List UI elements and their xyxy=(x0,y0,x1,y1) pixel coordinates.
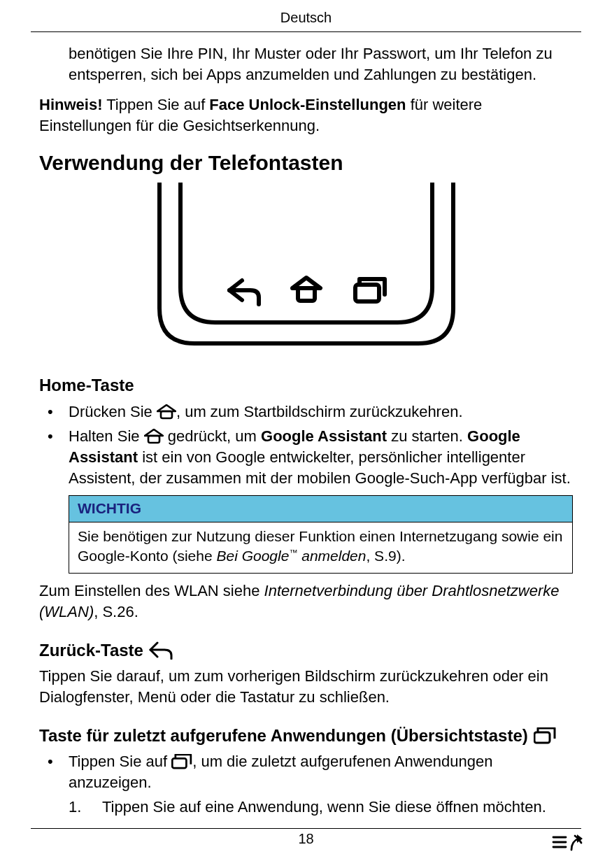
header-divider xyxy=(31,31,581,32)
home-b2-mid2: zu starten. xyxy=(387,427,467,445)
step-text: Tippen Sie auf eine Anwendung, wenn Sie … xyxy=(102,798,546,816)
svg-rect-5 xyxy=(172,758,186,768)
note-paragraph: Hinweis! Tippen Sie auf Face Unlock-Eins… xyxy=(39,94,573,136)
back-icon xyxy=(149,641,173,660)
home-icon xyxy=(157,404,176,420)
home-b2-mid1: gedrückt, um xyxy=(164,427,261,445)
home-b2-bold1: Google Assistant xyxy=(261,427,387,445)
intro-continuation-text: benötigen Sie Ihre PIN, Ihr Muster oder … xyxy=(69,43,573,85)
home-bullet-2: Halten Sie gedrückt, um Google Assistant… xyxy=(39,426,573,574)
recent-b1-pre: Tippen Sie auf xyxy=(69,753,171,770)
recent-step-1: 1. Tippen Sie auf eine Anwendung, wenn S… xyxy=(69,797,573,818)
subheading-recent-key: Taste für zuletzt aufgerufene Anwendunge… xyxy=(39,725,573,747)
note-prefix: Hinweis! xyxy=(39,96,102,113)
document-language: Deutsch xyxy=(11,8,601,31)
page-number: 18 xyxy=(0,830,612,848)
important-ref-2: anmelden xyxy=(297,548,366,564)
home-b1-pre: Drücken Sie xyxy=(69,403,157,420)
wlan-post: , S.26. xyxy=(94,603,138,620)
important-body: Sie benötigen zur Nutzung dieser Funktio… xyxy=(69,522,572,574)
svg-rect-4 xyxy=(534,732,550,743)
svg-rect-2 xyxy=(161,411,172,418)
note-bold-phrase: Face Unlock-Einstellungen xyxy=(209,96,406,113)
recent-heading-text: Taste für zuletzt aufgerufene Anwendunge… xyxy=(39,725,528,747)
recent-bullet-1: Tippen Sie auf , um die zuletzt aufgeruf… xyxy=(39,751,573,818)
recent-key-list: Tippen Sie auf , um die zuletzt aufgeruf… xyxy=(39,751,573,818)
svg-rect-3 xyxy=(148,436,159,443)
important-ref-1: Bei Google xyxy=(216,548,289,564)
recents-icon xyxy=(171,754,192,769)
back-key-body: Tippen Sie darauf, um zum vorherigen Bil… xyxy=(39,666,573,707)
note-text-1: Tippen Sie auf xyxy=(102,96,209,113)
step-number: 1. xyxy=(69,797,81,818)
important-callout: WICHTIG Sie benötigen zur Nutzung dieser… xyxy=(69,495,573,574)
home-b1-post: , um zum Startbildschirm zurückzukehren. xyxy=(176,403,463,420)
trademark-symbol: ™ xyxy=(289,548,297,557)
phone-nav-bar-illustration xyxy=(145,183,467,357)
home-bullet-1: Drücken Sie , um zum Startbildschirm zur… xyxy=(39,401,573,422)
footer-divider xyxy=(31,828,581,829)
important-title: WICHTIG xyxy=(69,496,572,522)
recents-icon xyxy=(534,727,556,744)
home-key-list: Drücken Sie , um zum Startbildschirm zur… xyxy=(39,401,573,574)
home-b2-pre: Halten Sie xyxy=(69,427,144,445)
svg-rect-0 xyxy=(298,288,315,301)
return-to-toc-icon[interactable] xyxy=(552,833,584,853)
section-heading-phone-buttons: Verwendung der Telefontasten xyxy=(39,149,573,178)
svg-rect-1 xyxy=(355,285,379,301)
subheading-home-key: Home-Taste xyxy=(39,374,573,397)
recent-steps: 1. Tippen Sie auf eine Anwendung, wenn S… xyxy=(69,797,573,818)
home-icon xyxy=(144,429,164,444)
home-b2-post: ist ein von Google entwickelter, persönl… xyxy=(69,448,571,487)
subheading-back-key: Zurück-Taste xyxy=(39,639,573,662)
wlan-pre: Zum Einstellen des WLAN siehe xyxy=(39,582,264,599)
important-pageref: , S.9). xyxy=(366,548,405,564)
back-heading-text: Zurück-Taste xyxy=(39,639,143,662)
wlan-paragraph: Zum Einstellen des WLAN siehe Internetve… xyxy=(39,581,573,622)
